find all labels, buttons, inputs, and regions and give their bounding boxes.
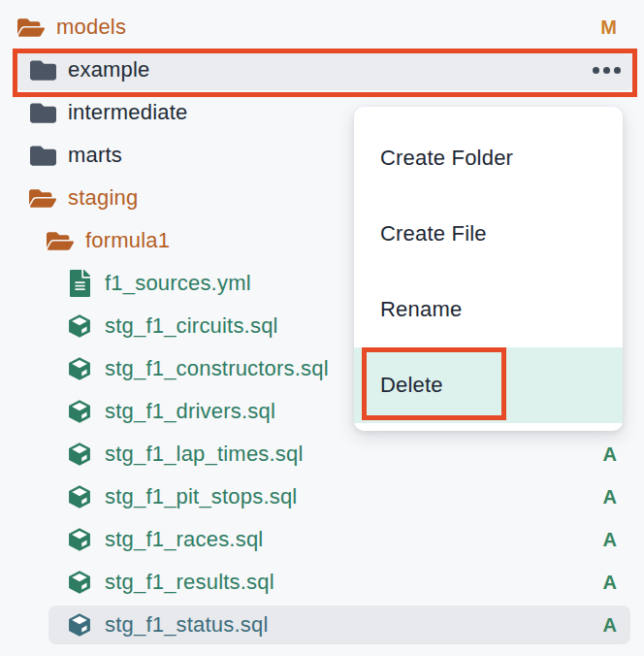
model-cube-icon (66, 526, 93, 553)
context-menu: Create FolderCreate FileRenameDelete (354, 107, 623, 431)
tree-item-stg-f1-status-sql[interactable]: stg_f1_status.sqlA (0, 604, 644, 646)
git-status-badge: A (603, 486, 617, 508)
tree-item-label: stg_f1_pit_stops.sql (105, 484, 297, 509)
tree-item-label: stg_f1_results.sql (105, 570, 274, 595)
folder-closed-icon (29, 100, 56, 126)
model-cube-icon (66, 312, 93, 340)
ellipsis-menu-button[interactable] (593, 67, 621, 74)
git-status-badge: M (600, 16, 617, 39)
git-status-badge: A (603, 443, 617, 466)
menu-item-rename[interactable]: Rename (354, 272, 623, 347)
folder-open-icon (29, 186, 56, 211)
yaml-file-icon (66, 270, 93, 297)
tree-item-label: stg_f1_races.sql (105, 527, 263, 552)
folder-open-icon (17, 16, 45, 40)
menu-item-delete[interactable]: Delete (354, 347, 623, 423)
tree-item-label: stg_f1_constructors.sql (105, 356, 329, 381)
model-cube-icon (66, 441, 93, 468)
menu-item-create-folder[interactable]: Create Folder (354, 120, 623, 196)
file-explorer-panel: modelsMexampleintermediatemartsstagingfo… (0, 0, 644, 656)
model-cube-icon (66, 398, 93, 425)
git-status-badge: A (603, 614, 617, 637)
tree-item-label: staging (68, 185, 138, 211)
git-status-badge: A (603, 572, 617, 594)
tree-item-label: stg_f1_circuits.sql (105, 313, 278, 339)
tree-item-stg-f1-results-sql[interactable]: stg_f1_results.sqlA (0, 561, 644, 604)
tree-item-models[interactable]: modelsM (0, 6, 644, 49)
tree-item-label: f1_sources.yml (105, 271, 251, 296)
model-cube-icon (66, 355, 93, 382)
tree-item-label: stg_f1_drivers.sql (105, 399, 275, 424)
tree-item-label: models (56, 15, 126, 40)
folder-open-icon (47, 229, 74, 253)
tree-item-label: formula1 (85, 228, 170, 253)
model-cube-icon (66, 569, 93, 596)
tree-item-label: example (68, 57, 150, 82)
model-cube-icon (66, 483, 93, 510)
menu-item-create-file[interactable]: Create File (354, 196, 623, 272)
folder-closed-icon (29, 57, 56, 83)
tree-item-example[interactable]: example (0, 49, 644, 91)
git-status-badge: A (603, 529, 617, 551)
tree-item-label: marts (68, 143, 122, 168)
tree-item-label: stg_f1_lap_times.sql (105, 442, 304, 467)
tree-item-label: intermediate (68, 100, 187, 125)
folder-closed-icon (29, 143, 56, 169)
tree-item-stg-f1-races-sql[interactable]: stg_f1_races.sqlA (0, 518, 644, 561)
tree-item-label: stg_f1_status.sql (105, 612, 269, 638)
tree-item-stg-f1-pit-stops-sql[interactable]: stg_f1_pit_stops.sqlA (0, 476, 644, 518)
model-cube-icon (66, 611, 93, 639)
tree-item-stg-f1-lap-times-sql[interactable]: stg_f1_lap_times.sqlA (0, 433, 644, 476)
